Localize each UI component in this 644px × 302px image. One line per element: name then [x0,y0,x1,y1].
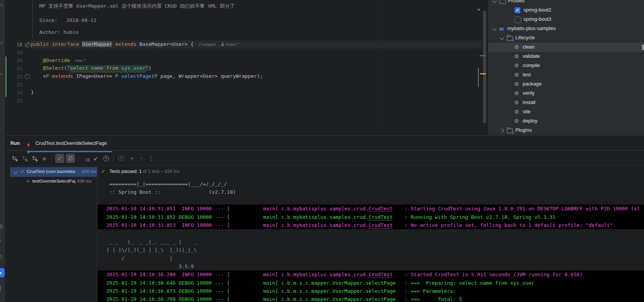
test-history-icon[interactable] [101,153,111,163]
code-token: selectPage [121,73,151,79]
console-line: 2025-01-10 14:10:36.708 DEBUG 10000 --- … [97,295,644,302]
test-tree-row[interactable]: ✓testOverrideSelectPage434 ms [5,177,97,186]
maven-module-icon: m [499,26,504,32]
run-console[interactable]: ✓ Tests passed: 1 of 1 test – 434 ms ===… [97,166,644,302]
maven-item-deploy[interactable]: ⚙deploy [488,117,644,126]
code-line: @Overridenew * [31,57,86,63]
maven-item-label: spring-boot2 [523,7,551,13]
mapper-gutter-icon[interactable] [25,42,30,47]
code-token: " [67,65,70,71]
maven-item-profiles[interactable]: Profiles [488,0,644,6]
maven-item-install[interactable]: ⚙install [488,98,644,107]
profile-checkbox-unchecked[interactable] [515,17,521,23]
test-passed-icon: ✓ [26,178,30,184]
maven-item-spring-boot3[interactable]: spring-boot3 [488,15,644,24]
console-text: 2025-01-10 14:10:36.646 DEBUG 10000 --- … [106,280,534,286]
maven-item-site[interactable]: ⚙site [488,107,644,117]
scrollbar-change-mark[interactable] [480,55,486,56]
doc-comment-author: Author: hubin [39,29,79,35]
stop-icon[interactable]: ■ [39,153,49,163]
tool-stripe-icon[interactable]: ◠ [0,71,4,79]
rerun-failed-tests-icon[interactable]: ↻ [29,153,39,163]
test-results-tree[interactable]: ✓CrudTest (com.baomidou.mybatisplus.samp… [5,166,97,302]
rerun-icon[interactable]: ↻ [9,153,19,163]
maven-item-validate[interactable]: ⚙validate [488,52,644,61]
chevron-down-icon[interactable] [13,169,17,174]
maven-item-verify[interactable]: ⚙verify [488,89,644,98]
profiles-folder-icon [500,0,506,4]
console-line: =========|_|==============|___/=/_/_/_/ [97,180,644,188]
run-tool-window-title: Run [10,141,20,146]
code-token: IPage<User>> [76,73,115,79]
profile-checkbox-checked[interactable]: ✓ [515,7,520,13]
scrollbar-change-mark[interactable] [478,68,479,87]
editor-scrollbar[interactable] [482,0,487,135]
maven-item-clean[interactable]: ⚙clean [488,43,644,52]
goal-gear-icon: ⚙ [514,72,519,77]
code-token: BaseMapper<User> { [139,41,194,47]
chevron-down-icon[interactable] [500,35,504,40]
test-name: CrudTest (com.baomidou.mybatisplus.sampl… [27,169,75,174]
test-duration: 434 ms [82,169,96,174]
test-name: testOverrideSelectPage [32,179,75,183]
editor-scrollbar-thumb[interactable] [483,11,486,123]
console-line: / | [97,254,644,262]
maven-item-mybatis-plus-samples[interactable]: mmybatis-plus-samples [488,24,644,34]
tests-passed-check-icon: ✓ [101,169,105,174]
more-icon[interactable]: ⋮ [146,153,156,163]
code-line: @Select("select name from sys_user") [31,65,151,71]
coverage-gauge-icon[interactable]: ◔ [136,153,146,163]
scrollbar-warning-mark[interactable] [480,73,486,74]
code-editor[interactable]: MP 支持不需要 UserMapper.xml 这个模块演示内置 CRUD 咱们… [5,0,488,135]
tool-stripe-icon[interactable]: ⌕ [0,237,4,244]
tool-stripe-icon[interactable]: ◠ [0,2,4,10]
chevron-down-icon[interactable] [492,26,496,30]
maven-item-plugins[interactable]: Plugins [488,126,644,135]
code-line: } [31,89,34,95]
tests-passed-detail: of 1 test – 434 ms [143,169,179,174]
console-line: 2025-01-10 14:10:36.280 INFO 10000 --- [… [97,270,644,279]
code-token: extends [52,73,76,79]
maven-item-spring-boot2[interactable]: ✓spring-boot2 [488,6,644,15]
maven-item-label: install [523,99,535,105]
show-passed-icon[interactable]: ✓ [55,154,64,163]
left-tool-stripe: ◠ ◡ ◠ ⟲ ⌕ ◇ ▶ ⎱ [0,0,5,302]
export-icon[interactable]: ⇥ [126,153,136,163]
tool-stripe-icon[interactable]: ◡ [0,37,4,45]
test-duration: 434 ms [77,179,92,183]
tool-stripe-icon[interactable]: ◇ [0,253,4,260]
line-number: 21 [7,65,22,71]
test-tree-row[interactable]: ✓CrudTest (com.baomidou.mybatisplus.samp… [10,167,97,177]
maven-item-test[interactable]: ⚙test [488,70,644,80]
maven-item-label: Plugins [515,127,532,133]
console-text: 2025-01-10 14:10:31.853 INFO 10000 --- [… [106,222,369,228]
run-tool-window-button[interactable]: ▶ [0,268,5,277]
implement-gutter-icon[interactable] [25,74,30,79]
console-class-link[interactable]: CrudTest [369,222,393,228]
maven-item-package[interactable]: ⚙package [488,80,644,89]
screenshot-icon[interactable] [116,153,126,163]
maven-item-label: Profiles [508,0,525,3]
show-ignored-icon[interactable]: ∅ [66,154,75,163]
tool-stripe-icon[interactable]: ⟲ [0,223,4,230]
sort-by-duration-icon[interactable]: ↓ [81,153,91,163]
console-class-link[interactable]: CrudTest [369,206,393,211]
maven-item-compile[interactable]: ⚙compile [488,61,644,70]
rerun-failed-icon[interactable]: ↻ [19,153,29,163]
tool-stripe-icon[interactable]: ⎱ [0,284,4,292]
line-number: 23 [7,82,22,87]
console-text: 2025-01-10 14:10:36.280 INFO 10000 --- [… [106,272,369,277]
close-tab-icon[interactable]: ✕ [104,140,108,146]
console-class-link[interactable]: CrudTest [369,214,393,220]
maven-item-lifecycle[interactable]: Lifecycle [488,34,644,43]
chevron-down-icon[interactable] [492,0,496,3]
test-status-line: ✓ Tests passed: 1 of 1 test – 434 ms [101,169,179,174]
scrollbar-change-mark[interactable] [478,9,480,10]
maven-scrollbar-fragment[interactable] [642,45,644,50]
inlay-hint: 2 usages [199,42,216,47]
chevron-right-icon[interactable] [500,128,504,133]
console-class-link[interactable]: CrudTest [369,272,393,277]
code-token: P [46,73,49,79]
console-line: 3.5.9 [97,262,644,270]
navigate-with-single-click-icon[interactable]: ↙ [91,153,101,163]
